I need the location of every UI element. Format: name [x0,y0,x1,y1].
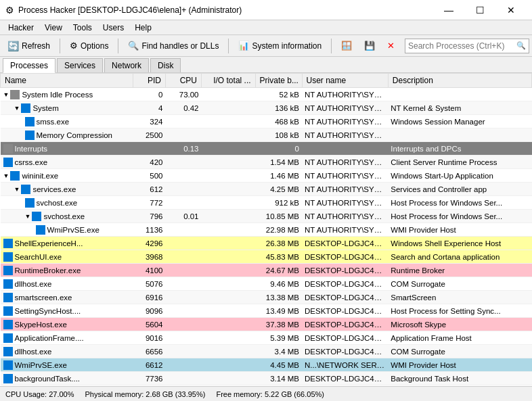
proc-private: 1.54 MB [255,156,302,169]
tab-services[interactable]: Services [57,58,103,72]
table-row[interactable]: Interrupts 0.13 0 Interrupts and DPCs [1,142,532,156]
proc-io [202,156,256,169]
proc-icon [3,333,13,343]
proc-desc [388,88,531,101]
col-header-desc[interactable]: Description [388,74,531,88]
col-header-pid[interactable]: PID [133,74,166,88]
close-button[interactable]: ✕ [495,0,527,20]
tab-disk[interactable]: Disk [150,58,181,72]
proc-cpu [165,223,201,237]
proc-user: NT AUTHORITY\SYSTE... [302,183,388,196]
proc-desc: Services and Controller app [388,183,531,196]
proc-io [202,304,256,318]
col-header-name[interactable]: Name [1,74,133,88]
minimize-button[interactable]: — [433,0,464,20]
menu-hacker[interactable]: Hacker [3,22,39,34]
refresh-button[interactable]: 🔄 Refresh [3,37,55,55]
proc-private: 37.38 MB [255,318,302,331]
refresh-icon: 🔄 [7,41,19,51]
table-row[interactable]: ▼ wininit.exe 500 1.46 MB NT AUTHORITY\S… [1,169,532,183]
proc-io [202,277,256,291]
table-row[interactable]: ApplicationFrame.... 9016 5.39 MB DESKTO… [1,331,532,345]
table-row[interactable]: ▼ svchost.exe 796 0.01 10.85 MB NT AUTHO… [1,210,532,223]
sysinfo-button[interactable]: 📊 System information [234,37,326,55]
proc-user: NT AUTHORITY\SYSTE... [302,101,388,115]
proc-user: NT AUTHORITY\SYSTE... [302,169,388,183]
proc-name: ▼ System Idle Process [1,88,133,101]
menu-tools[interactable]: Tools [68,22,97,34]
maximize-button[interactable]: ☐ [464,0,495,20]
proc-icon [10,171,20,181]
table-row[interactable]: dllhost.exe 5076 9.46 MB DESKTOP-LDGJC46… [1,277,532,291]
col-header-cpu[interactable]: CPU [165,74,201,88]
table-row[interactable]: SearchUI.exe 3968 45.83 MB DESKTOP-LDGJC… [1,250,532,264]
proc-io [202,183,256,196]
proc-cpu [165,345,201,358]
proc-cpu [165,264,201,277]
table-row[interactable]: ShellExperienceH... 4296 26.38 MB DESKTO… [1,237,532,250]
expand-arrow[interactable]: ▼ [3,172,9,179]
stop-icon-btn[interactable]: ✕ [382,37,399,55]
search-input[interactable] [408,41,516,51]
proc-name: smartscreen.exe [1,291,133,304]
proc-io [202,318,256,331]
proc-pid [133,142,166,156]
find-button[interactable]: 🔍 Find handles or DLLs [123,37,223,55]
search-box[interactable]: 🔍 [405,39,529,53]
table-row[interactable]: ▼ System Idle Process 0 73.00 52 kB NT A… [1,88,532,101]
proc-private: 45.83 MB [255,250,302,264]
tab-processes[interactable]: Processes [3,58,56,73]
options-button[interactable]: ⚙ Options [65,37,113,55]
table-row[interactable]: svchost.exe 772 912 kB NT AUTHORITY\SYST… [1,196,532,210]
menu-users[interactable]: Users [97,22,129,34]
col-header-user[interactable]: User name [302,74,388,88]
proc-cpu [165,169,201,183]
table-row[interactable]: smartscreen.exe 6916 13.38 MB DESKTOP-LD… [1,291,532,304]
proc-private: 24.67 MB [255,264,302,277]
proc-cpu [165,291,201,304]
save-icon-btn[interactable]: 💾 [359,37,380,55]
proc-private: 3.14 MB [255,372,302,385]
table-row[interactable]: WmiPrvSE.exe 6612 4.45 MB N...\NETWORK S… [1,358,532,372]
table-row[interactable]: csrss.exe 420 1.54 MB NT AUTHORITY\SYSTE… [1,156,532,169]
table-row[interactable]: ▼ services.exe 612 4.25 MB NT AUTHORITY\… [1,183,532,196]
expand-arrow[interactable]: ▼ [14,105,20,112]
proc-desc: Host Process for Windows Ser... [388,210,531,223]
proc-private: 0 [255,142,302,156]
table-row[interactable]: backgroundTask.... 7736 3.14 MB DESKTOP-… [1,372,532,385]
window-icon-btn[interactable]: 🪟 [336,37,357,55]
proc-icon [3,347,13,356]
proc-private: 13.38 MB [255,291,302,304]
table-row[interactable]: SkypeHost.exe 5604 37.38 MB DESKTOP-LDGJ… [1,318,532,331]
table-row[interactable]: dllhost.exe 6656 3.4 MB DESKTOP-LDGJC46\… [1,345,532,358]
table-row[interactable]: Memory Compression 2500 108 kB NT AUTHOR… [1,128,532,142]
proc-user: NT AUTHORITY\SYSTE... [302,88,388,101]
proc-icon [3,360,13,370]
tab-network[interactable]: Network [104,58,149,72]
proc-icon [21,185,30,194]
table-row[interactable]: RuntimeBroker.exe 4100 24.67 MB DESKTOP-… [1,264,532,277]
proc-name: csrss.exe [1,156,133,169]
proc-pid: 796 [133,210,166,223]
proc-user: NT AUTHORITY\SYSTE... [302,156,388,169]
physical-memory: Physical memory: 2.68 GB (33.95%) [85,390,206,398]
expand-arrow[interactable]: ▼ [25,213,31,220]
menu-view[interactable]: View [39,22,68,34]
col-header-private[interactable]: Private b... [255,74,302,88]
proc-name: WmiPrvSE.exe [1,358,133,372]
menu-help[interactable]: Help [129,22,157,34]
expand-arrow[interactable]: ▼ [14,186,20,193]
proc-icon [25,131,35,140]
col-header-io[interactable]: I/O total ... [202,74,256,88]
table-row[interactable]: ▼ System 4 0.42 136 kB NT AUTHORITY\SYST… [1,101,532,115]
proc-desc: Host Process for Windows Ser... [388,196,531,210]
proc-private: 468 kB [255,115,302,128]
table-row[interactable]: SettingSyncHost.... 9096 13.49 MB DESKTO… [1,304,532,318]
expand-arrow[interactable]: ▼ [3,91,9,98]
proc-pid: 7736 [133,372,166,385]
table-row[interactable]: WmiPrvSE.exe 1136 22.98 MB NT AUTHORITY\… [1,223,532,237]
proc-icon [3,374,13,383]
proc-pid: 9016 [133,331,166,345]
proc-user [302,142,388,156]
table-row[interactable]: smss.exe 324 468 kB NT AUTHORITY\SYSTE..… [1,115,532,128]
